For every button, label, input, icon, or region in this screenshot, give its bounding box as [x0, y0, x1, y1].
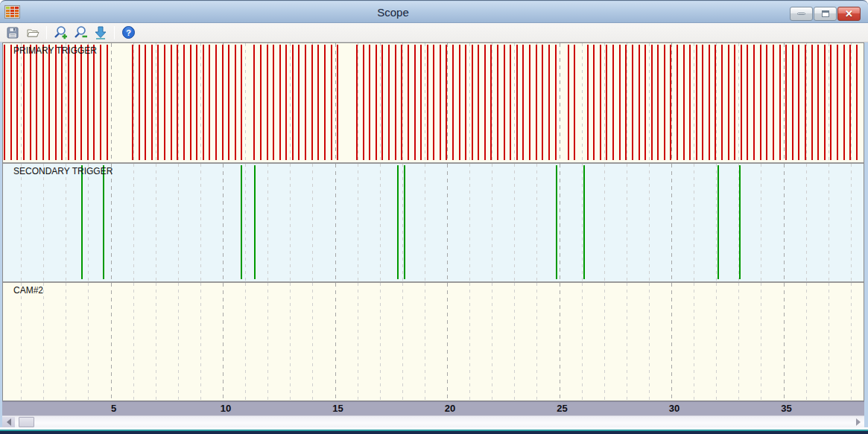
major-gridline — [223, 164, 224, 281]
axis-tick-label: 10 — [221, 403, 231, 414]
signal-pulse — [817, 45, 819, 160]
scroll-right-icon — [856, 418, 861, 426]
major-gridline — [111, 164, 112, 281]
help-button[interactable]: ? — [119, 25, 137, 41]
magnifier-plus-icon — [53, 25, 68, 39]
minor-gridline — [358, 283, 358, 401]
signal-pulse — [753, 45, 755, 160]
minor-gridline — [245, 283, 246, 401]
signal-pulse — [739, 165, 741, 279]
minor-gridline — [245, 164, 246, 281]
signal-pulse — [75, 45, 76, 160]
signal-pulse — [683, 45, 685, 160]
signal-pulse — [103, 165, 104, 279]
signal-pulse — [741, 45, 742, 160]
axis-tick-label: 35 — [781, 403, 791, 414]
major-gridline — [671, 164, 672, 281]
minor-gridline — [290, 283, 291, 401]
track-label-secondary: SECONDARY TRIGGER — [13, 166, 113, 176]
maximize-button[interactable] — [814, 7, 837, 21]
major-gridline — [560, 164, 560, 281]
signal-pulse — [235, 45, 236, 160]
signal-pulse — [734, 45, 735, 160]
minor-gridline — [267, 283, 268, 401]
secondary-trigger-panel[interactable]: SECONDARY TRIGGER — [3, 164, 864, 281]
minor-gridline — [649, 43, 650, 162]
minimize-button[interactable] — [790, 7, 813, 21]
minor-gridline — [738, 283, 739, 401]
minor-gridline — [469, 283, 470, 401]
signal-pulse — [574, 45, 575, 160]
minor-gridline — [649, 164, 650, 281]
major-gridline — [335, 43, 336, 162]
minor-gridline — [21, 43, 22, 162]
signal-pulse — [427, 45, 428, 160]
minor-gridline — [536, 164, 537, 281]
zoom-in-button[interactable] — [51, 25, 69, 41]
signal-pulse — [408, 45, 409, 160]
horizontal-scrollbar[interactable] — [2, 415, 864, 427]
signal-pulse — [241, 45, 242, 160]
signal-pulse — [331, 45, 332, 160]
signal-pulse — [452, 45, 454, 160]
scroll-right-button[interactable] — [852, 417, 864, 427]
axis-tick-label: 15 — [332, 403, 343, 414]
signal-pulse — [670, 45, 671, 160]
minor-gridline — [312, 164, 313, 281]
signal-pulse — [177, 45, 178, 160]
signal-pulse — [856, 45, 858, 160]
primary-trigger-panel[interactable]: PRIMARY TRIGGER — [3, 43, 864, 162]
zoom-out-button[interactable] — [72, 25, 89, 41]
signal-pulse — [478, 45, 479, 160]
minor-gridline — [290, 164, 291, 281]
signal-pulse — [157, 45, 159, 160]
minor-gridline — [245, 43, 246, 162]
minor-gridline — [604, 283, 605, 401]
signal-pulse — [484, 45, 486, 160]
signal-pulse — [369, 45, 370, 160]
scrollbar-thumb[interactable] — [19, 417, 34, 427]
minor-gridline — [514, 164, 515, 281]
signal-pulse — [433, 45, 434, 160]
signal-pulse — [305, 45, 306, 160]
signal-pulse — [81, 165, 83, 279]
scroll-left-icon — [7, 418, 11, 426]
export-button[interactable] — [92, 25, 110, 41]
cam2-panel[interactable]: CAM#2 — [3, 283, 864, 401]
signal-pulse — [164, 45, 165, 160]
signal-pulse — [497, 45, 498, 160]
signal-pulse — [93, 45, 95, 160]
minor-gridline — [200, 43, 201, 162]
minor-gridline — [829, 164, 829, 281]
minor-gridline — [694, 283, 694, 401]
titlebar[interactable]: Scope ✕ — [0, 1, 868, 23]
minor-gridline — [761, 283, 761, 401]
signal-pulse — [728, 45, 729, 160]
minor-gridline — [425, 164, 425, 281]
minor-gridline — [851, 283, 852, 401]
minor-gridline — [380, 283, 381, 401]
signal-pulse — [30, 45, 31, 160]
signal-pulse — [317, 45, 319, 160]
signal-pulse — [516, 45, 518, 160]
svg-text:?: ? — [126, 28, 131, 37]
signal-pulse — [80, 45, 82, 160]
save-button[interactable] — [4, 25, 22, 41]
help-icon: ? — [121, 25, 136, 39]
minor-gridline — [582, 43, 583, 162]
minor-gridline — [806, 283, 807, 401]
open-folder-icon — [26, 26, 40, 39]
scroll-left-button[interactable] — [2, 417, 15, 427]
signal-pulse — [593, 45, 595, 160]
signal-pulse — [16, 45, 18, 160]
minor-gridline — [694, 43, 694, 162]
signal-pulse — [792, 45, 793, 160]
signal-pulse — [10, 45, 12, 160]
signal-pulse — [472, 45, 473, 160]
open-button[interactable] — [24, 25, 42, 41]
minor-gridline — [604, 164, 605, 281]
close-button[interactable]: ✕ — [837, 7, 861, 21]
minor-gridline — [200, 283, 201, 401]
signal-pulse — [215, 45, 217, 160]
signal-pulse — [298, 45, 300, 160]
